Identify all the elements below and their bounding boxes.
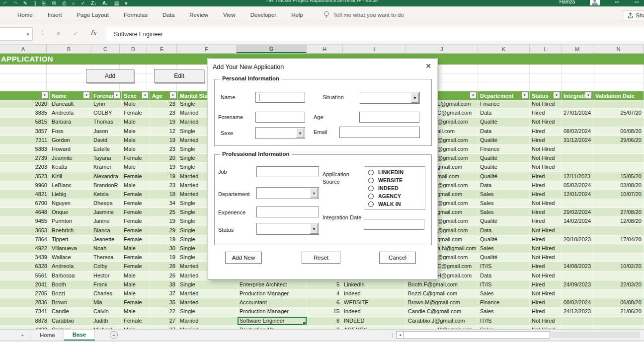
cell-forename[interactable]: Calvin	[91, 307, 122, 316]
cell-age[interactable]: 23	[150, 181, 178, 190]
cell-job[interactable]: Software Engineer	[238, 317, 307, 325]
cell-sexe[interactable]: Male	[122, 272, 150, 280]
cell-validation[interactable]	[593, 145, 644, 153]
cell-departement[interactable]: IT/IS	[478, 280, 530, 289]
radio-icon[interactable]	[368, 170, 374, 175]
grid-cell[interactable]	[0, 82, 47, 91]
cell-source[interactable]: Indeed	[342, 307, 406, 316]
cell-status[interactable]: Hired	[530, 262, 562, 271]
cell-departement[interactable]: Finance	[478, 298, 530, 307]
cell-integration[interactable]: 27/01/2024	[562, 109, 593, 117]
cell-departement[interactable]: Qualité	[478, 235, 530, 244]
cell-integration[interactable]	[562, 199, 593, 207]
cell-age[interactable]: 19	[150, 172, 178, 181]
cell-age[interactable]: 22	[150, 307, 178, 316]
grid-cell[interactable]	[0, 73, 47, 82]
cell-sexe[interactable]: Male	[122, 136, 150, 144]
chevron-down-icon[interactable]: ▼	[411, 93, 419, 103]
grid-cell[interactable]	[120, 82, 147, 91]
cell-integration[interactable]: 29/02/2024	[562, 208, 593, 216]
cell-validation[interactable]: 15/05/20	[593, 172, 644, 181]
tab-page-layout[interactable]: Page Layout	[69, 6, 116, 23]
cell-status[interactable]: Not Hired	[530, 253, 562, 262]
cell-email[interactable]: M@gmail.com	[406, 326, 478, 329]
grid-cell[interactable]	[593, 82, 644, 91]
cell-age[interactable]: 19	[150, 163, 178, 171]
sheet-nav-arrow[interactable]: ▸	[0, 330, 31, 341]
cell-integration[interactable]: 24/12/2023	[562, 307, 593, 316]
chevron-down-icon[interactable]: ▼	[296, 128, 304, 138]
cell-integration[interactable]: 24/09/2023	[562, 280, 593, 289]
column-header-J[interactable]: J	[406, 45, 478, 53]
cell-forename[interactable]: Janine	[91, 217, 122, 225]
cell-marital[interactable]: Married	[178, 317, 238, 325]
cell-source[interactable]: LinkedIn	[342, 280, 406, 289]
filter-icon[interactable]: ▼	[169, 92, 176, 99]
cell-id[interactable]: 5883	[0, 145, 50, 153]
cell-validation[interactable]	[593, 253, 644, 262]
cell-validation[interactable]: 06/08/20	[593, 298, 644, 307]
cell-departement[interactable]: IT/IS	[478, 317, 530, 325]
cell-id[interactable]: 3653	[0, 226, 50, 235]
cell-name[interactable]: Gordon	[50, 136, 91, 144]
cell-age[interactable]: 34	[150, 199, 178, 207]
filter-icon[interactable]: ▼	[41, 92, 48, 99]
column-header-C[interactable]: C	[91, 45, 120, 53]
grid-cell[interactable]	[47, 82, 91, 91]
cell-email[interactable]: Booth.F@gmail.com	[406, 280, 478, 289]
grid-cell[interactable]	[593, 73, 644, 82]
cell-status[interactable]: Not Hired	[530, 326, 562, 329]
cell-forename[interactable]: Theresa	[91, 253, 122, 262]
radio-option-linkedin[interactable]: LINKEDIN	[368, 169, 422, 175]
cell-departement[interactable]: Data	[478, 272, 530, 280]
dialog-title[interactable]: Add Your New Application	[213, 64, 284, 70]
cell-validation[interactable]: 06/08/20	[593, 127, 644, 136]
cell-age[interactable]: 19	[150, 235, 178, 244]
cell-departement[interactable]: Qualité	[478, 163, 530, 171]
cell-status[interactable]: Not Hired	[530, 289, 562, 298]
cell-sexe[interactable]: Female	[122, 217, 150, 225]
cell-integration[interactable]	[562, 317, 593, 325]
cell-validation[interactable]	[593, 118, 644, 126]
cell-name[interactable]: Bozzi	[50, 289, 91, 298]
filter-icon[interactable]: ▼	[521, 92, 528, 99]
cell-departement[interactable]: Sales	[478, 190, 530, 199]
cell-id[interactable]: 3857	[0, 127, 50, 136]
grid-cell[interactable]	[91, 82, 120, 91]
cell-validation[interactable]: 22/03/20	[593, 280, 644, 289]
cell-sexe[interactable]: Male	[122, 326, 150, 329]
radio-icon[interactable]	[368, 194, 374, 199]
column-header-D[interactable]: D	[120, 45, 147, 53]
cell-validation[interactable]	[593, 199, 644, 207]
cell-id[interactable]: 5561	[0, 272, 50, 280]
cell-experience[interactable]: 4	[307, 289, 342, 298]
cell-status[interactable]: Hired	[530, 109, 562, 117]
cell-sexe[interactable]: Female	[122, 253, 150, 262]
grid-cell[interactable]	[0, 65, 47, 73]
cell-name[interactable]: Carlson	[50, 326, 91, 329]
column-sexe-header[interactable]: Sexe▼	[122, 91, 150, 100]
cell-forename[interactable]: Dheepa	[91, 199, 122, 207]
cell-email[interactable]: Bozzi.C@gmail.com	[406, 289, 478, 298]
grid-cell[interactable]	[478, 73, 530, 82]
cell-id[interactable]: 4648	[0, 208, 50, 216]
name-field[interactable]	[255, 92, 305, 103]
cell-forename[interactable]: Tayana	[91, 154, 122, 162]
cell-name[interactable]: LeBlanc	[50, 181, 91, 190]
cell-age[interactable]: 27	[150, 317, 178, 325]
cell-departement[interactable]: Data	[478, 109, 530, 117]
cell-status[interactable]: Not Hired	[530, 244, 562, 253]
cell-sexe[interactable]: Female	[122, 208, 150, 216]
column-forename-header[interactable]: Forename▼	[91, 91, 122, 100]
cell-status[interactable]: Hired	[530, 298, 562, 307]
close-icon[interactable]: ✕	[425, 62, 431, 70]
cell-departement[interactable]: Sales	[478, 208, 530, 216]
filter-icon[interactable]: ▼	[585, 92, 592, 99]
cell-forename[interactable]: Michael	[91, 326, 122, 329]
cell-name[interactable]: Barbara	[50, 118, 91, 126]
cell-name[interactable]: Purinton	[50, 217, 91, 225]
cell-job[interactable]: Accountant	[238, 298, 307, 307]
reset-button[interactable]: Reset	[302, 252, 340, 264]
cell-departement[interactable]: Sales	[478, 326, 530, 329]
experience-field[interactable]	[256, 206, 319, 217]
